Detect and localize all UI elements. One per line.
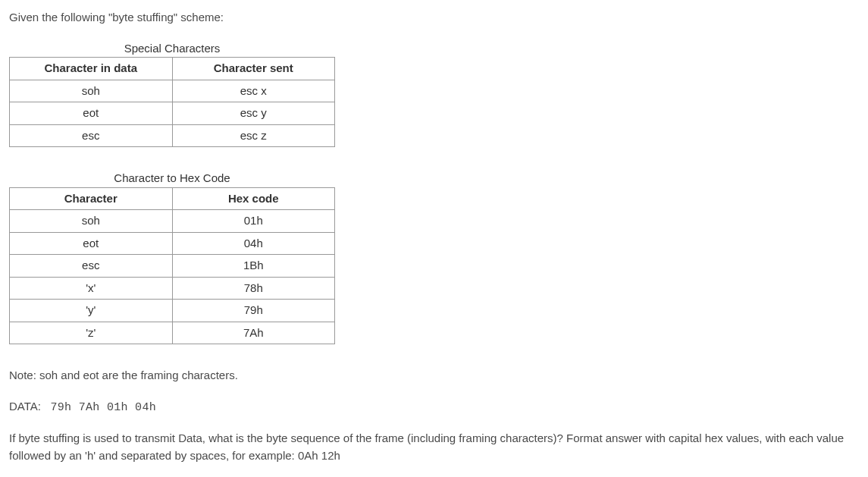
special-characters-table: Character in data Character sent soh esc… [9, 57, 335, 147]
table1-cell: soh [10, 80, 173, 102]
table-row: soh 01h [10, 210, 335, 233]
table2-cell: 1Bh [172, 255, 335, 278]
table1-cell: esc [10, 124, 173, 147]
table2-cell: 'x' [10, 277, 173, 300]
hex-code-table-block: Character to Hex Code Character Hex code… [9, 170, 859, 344]
table2-cell: eot [10, 232, 173, 255]
table1-cell: esc y [172, 102, 335, 125]
table1-header-1: Character sent [172, 58, 335, 80]
table2-cell: 'y' [10, 300, 173, 322]
table1-cell: eot [10, 102, 173, 125]
table1-cell: esc x [172, 80, 335, 102]
table-row: eot 04h [10, 232, 335, 255]
table-row: eot esc y [10, 102, 335, 125]
table-row: soh esc x [10, 80, 335, 102]
table2-cell: 'z' [10, 322, 173, 344]
table-row: 'z' 7Ah [10, 322, 335, 344]
table-row: 'y' 79h [10, 300, 335, 322]
data-value: 79h 7Ah 01h 04h [50, 401, 156, 414]
table2-header-0: Character [10, 187, 173, 210]
data-label: DATA: [9, 400, 41, 413]
table2-caption: Character to Hex Code [9, 170, 335, 187]
table2-cell: esc [10, 255, 173, 278]
table2-cell: 78h [172, 277, 335, 300]
table2-cell: 01h [172, 210, 335, 233]
data-line: DATA: 79h 7Ah 01h 04h [9, 398, 859, 417]
table1-caption: Special Characters [9, 40, 335, 58]
special-characters-table-block: Special Characters Character in data Cha… [9, 40, 859, 148]
question-text: If byte stuffing is used to transmit Dat… [9, 430, 859, 464]
hex-code-table: Character Hex code soh 01h eot 04h esc 1… [9, 187, 335, 345]
table2-cell: 04h [172, 232, 335, 255]
table1-header-0: Character in data [10, 58, 173, 80]
table2-cell: 79h [172, 300, 335, 322]
table1-cell: esc z [172, 124, 335, 147]
table2-header-1: Hex code [172, 187, 335, 210]
table2-cell: soh [10, 210, 173, 233]
table2-cell: 7Ah [172, 322, 335, 344]
table-row: esc 1Bh [10, 255, 335, 278]
table-row: esc esc z [10, 124, 335, 147]
intro-text: Given the following "byte stuffing" sche… [9, 9, 859, 27]
note-text: Note: soh and eot are the framing charac… [9, 367, 859, 384]
table-row: 'x' 78h [10, 277, 335, 300]
